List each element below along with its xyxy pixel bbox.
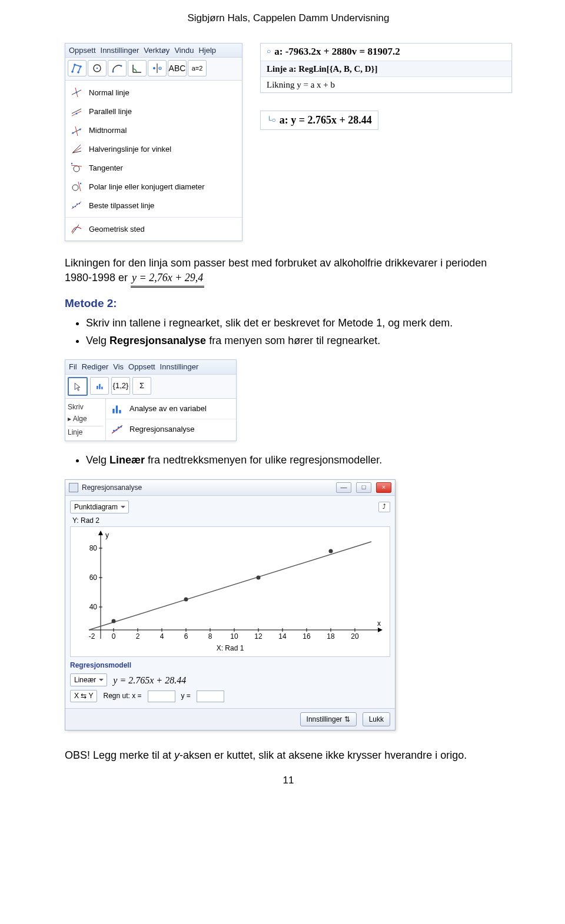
top-figure-row: Oppsett Innstillinger Verktøy Vindu Hjel…	[65, 43, 512, 242]
svg-point-19	[72, 132, 74, 134]
maximize-button[interactable]: □	[356, 482, 371, 493]
svg-line-25	[71, 165, 82, 166]
svg-point-34	[79, 203, 80, 204]
tool-item-tangenter[interactable]: Tangenter	[65, 158, 242, 177]
svg-text:40: 40	[89, 603, 98, 611]
menu-hjelp[interactable]: Hjelp	[198, 45, 216, 56]
bullet-skriv-tall: Skriv inn tallene i regnearket, slik det…	[86, 316, 512, 330]
minimize-button[interactable]: —	[336, 482, 351, 493]
tool-text-icon[interactable]: ABC	[168, 60, 187, 76]
svg-text:18: 18	[327, 632, 335, 641]
svg-point-85	[184, 598, 188, 602]
svg-text:10: 10	[230, 632, 238, 641]
tool-item-normal-linje[interactable]: Normal linje	[65, 83, 242, 102]
tool-slider-icon[interactable]: a=2	[188, 60, 207, 76]
bullet-velg-regresjon: Velg Regresjonsanalyse fra menyen som hø…	[86, 333, 512, 348]
eq-line3: Likning y = a x + b	[261, 76, 511, 92]
menu-oppsett[interactable]: Oppsett	[69, 45, 96, 56]
calc-x-input[interactable]	[148, 691, 175, 702]
tool-sum-icon[interactable]: Σ	[132, 377, 151, 395]
tool-item-beste-tilpasset[interactable]: Beste tilpasset linje	[65, 196, 242, 215]
svg-text:4: 4	[160, 632, 164, 641]
menu-vindu[interactable]: Vindu	[174, 45, 194, 56]
svg-point-24	[74, 166, 79, 172]
item-label: Tangenter	[89, 163, 123, 174]
close-button[interactable]: ×	[376, 482, 391, 493]
svg-text:x: x	[377, 619, 381, 628]
model-dropdown[interactable]: Lineær	[70, 673, 107, 686]
svg-text:6: 6	[184, 632, 188, 641]
tool-arc-icon[interactable]	[108, 60, 127, 76]
svg-point-45	[115, 429, 117, 431]
export-icon[interactable]: ⤴	[378, 502, 390, 512]
svg-point-36	[75, 229, 77, 231]
svg-rect-40	[112, 409, 114, 413]
svg-point-26	[71, 163, 73, 165]
equation-box-2: └○a: y = 2.765x + 28.44	[260, 111, 378, 129]
item-label: Beste tilpasset linje	[89, 201, 154, 211]
y-axis-label: Y: Rad 2	[72, 516, 390, 525]
svg-text:80: 80	[89, 544, 98, 552]
svg-text:8: 8	[208, 632, 212, 641]
obs-paragraph: OBS! Legg merke til at y-aksen er kuttet…	[65, 748, 512, 762]
svg-text:0: 0	[112, 632, 116, 641]
tool-item-parallell-linje[interactable]: Parallell linje	[65, 102, 242, 121]
swap-xy-button[interactable]: X ⇆ Y	[70, 690, 97, 702]
menu-vis[interactable]: Vis	[113, 362, 124, 372]
menu-innstillinger[interactable]: Innstillinger	[160, 362, 199, 372]
tool-angle-icon[interactable]	[128, 60, 147, 76]
tool-reflect-icon[interactable]	[148, 60, 167, 76]
plot-type-dropdown[interactable]: Punktdiagram	[70, 501, 129, 513]
menu-verktoy[interactable]: Verktøy	[144, 45, 170, 56]
regwin-title-text: Regresjonsanalyse	[82, 483, 142, 492]
svg-text:y: y	[105, 531, 109, 539]
svg-point-20	[79, 129, 81, 131]
svg-point-33	[77, 204, 78, 205]
section-title-metode-2: Metode 2:	[65, 296, 512, 311]
svg-point-46	[118, 426, 119, 428]
item-label: Parallell linje	[89, 106, 132, 117]
item-label: Geometrisk sted	[89, 224, 145, 235]
tool-circle-icon[interactable]	[88, 60, 107, 76]
menu-item-analyse-variabel[interactable]: Analyse av en variabel	[106, 399, 236, 419]
geogebra-menubar: Oppsett Innstillinger Verktøy Vindu Hjel…	[65, 43, 242, 58]
tool-item-halveringslinje[interactable]: Halveringslinje for vinkel	[65, 139, 242, 158]
svg-text:12: 12	[254, 632, 262, 641]
svg-point-3	[77, 72, 79, 74]
tool-item-polar-linje[interactable]: Polar linje eller konjugert diameter	[65, 177, 242, 196]
menu-item-regresjonsanalyse[interactable]: Regresjonsanalyse	[106, 419, 236, 439]
tool-onevaranalysis-icon[interactable]	[90, 377, 109, 395]
angle-bisector-icon	[70, 142, 83, 155]
scatter-chart: y x 80 60 40 -2 0 2 4 6 8	[70, 526, 390, 657]
menu-innstillinger[interactable]: Innstillinger	[101, 45, 139, 56]
svg-rect-39	[101, 386, 102, 389]
geogebra-spreadsheet-menu: Fil Rediger Vis Oppsett Innstillinger {1…	[65, 359, 237, 441]
locus-icon	[70, 222, 83, 235]
item-label: Polar linje eller konjugert diameter	[89, 182, 205, 192]
tool-polygon-icon[interactable]	[68, 60, 87, 76]
menu-oppsett[interactable]: Oppsett	[128, 362, 155, 372]
svg-rect-41	[116, 405, 118, 413]
svg-rect-37	[97, 386, 98, 389]
perpendicular-icon	[70, 86, 83, 99]
tool-item-midtnormal[interactable]: Midtnormal	[65, 121, 242, 139]
polar-line-icon	[70, 180, 83, 193]
calc-y-input[interactable]	[197, 691, 224, 702]
tool-pointer-icon[interactable]	[68, 377, 88, 396]
page-number: 11	[65, 774, 512, 788]
item-label: Halveringslinje for vinkel	[89, 144, 171, 155]
regression-formula: y = 2.765x + 28.44	[113, 674, 186, 687]
double-underlined-equation: y = 2,76x + 29,4	[131, 271, 204, 288]
item-label: Midtnormal	[89, 125, 127, 136]
settings-button[interactable]: Innstillinger ⇅	[300, 712, 357, 726]
tool-item-geometrisk-sted[interactable]: Geometrisk sted	[65, 217, 242, 238]
page-header: Sigbjørn Hals, Cappelen Damm Undervisnin…	[65, 12, 512, 25]
menu-rediger[interactable]: Rediger	[82, 362, 109, 372]
geogebra-tool-menu: Oppsett Innstillinger Verktøy Vindu Hjel…	[65, 43, 242, 242]
menu-fil[interactable]: Fil	[69, 362, 77, 372]
tool-list-icon[interactable]: {1,2}	[111, 377, 130, 395]
close-dialog-button[interactable]: Lukk	[363, 712, 390, 726]
svg-point-47	[120, 426, 122, 428]
bullet-velg-linear: Velg Lineær fra nedtrekksmenyen for ulik…	[86, 453, 512, 467]
svg-point-86	[257, 576, 261, 580]
